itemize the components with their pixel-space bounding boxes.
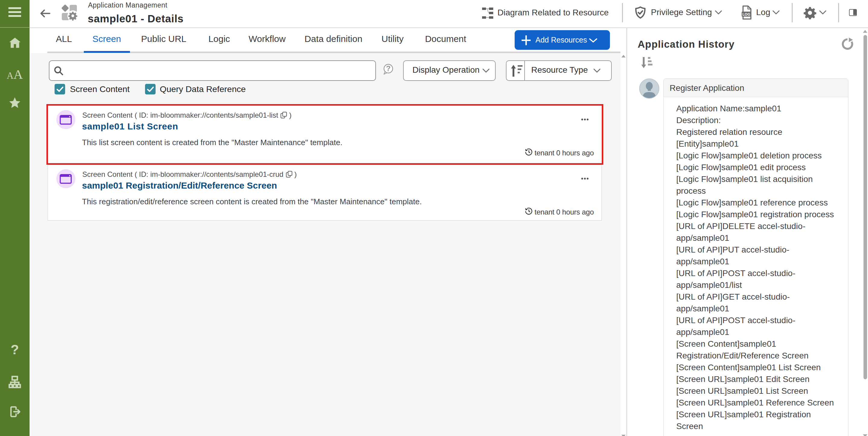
svg-text:LOG: LOG (743, 12, 750, 17)
svg-text:?: ? (386, 64, 391, 73)
